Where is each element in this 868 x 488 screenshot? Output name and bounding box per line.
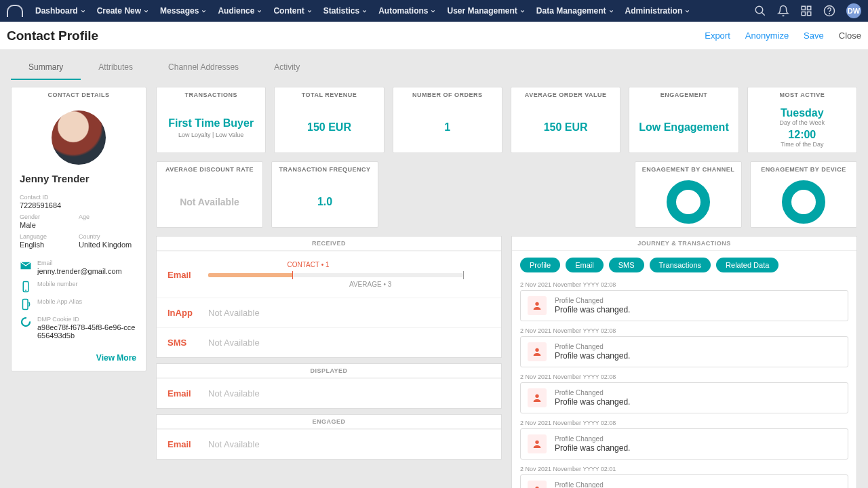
displayed-section: DISPLAYED Email Not Available [156, 363, 502, 409]
donut-chart-icon [667, 180, 710, 224]
nav-administration[interactable]: Administration [620, 6, 696, 16]
page-title: Contact Profile [7, 28, 98, 43]
cookie-icon [20, 316, 32, 328]
metric-average-order-value: AVERAGE ORDER VALUE 150 EUR [511, 87, 620, 153]
svg-rect-10 [23, 300, 28, 310]
anonymize-button[interactable]: Anonymize [745, 30, 789, 41]
country-label: Country [79, 233, 138, 240]
gender-value: Male [20, 221, 79, 229]
mobile-app-icon [20, 298, 32, 310]
email-icon [20, 260, 32, 272]
pill-email[interactable]: Email [566, 258, 604, 272]
nav-create-new[interactable]: Create New [92, 6, 155, 16]
received-email-chart: CONTACT • 1 AVERAGE • 3 [208, 261, 490, 288]
nav-dashboard[interactable]: Dashboard [30, 6, 92, 16]
profile-tabs: SummaryAttributesChannel AddressesActivi… [0, 56, 868, 80]
phone-icon [20, 281, 32, 293]
received-email-label: Email [167, 270, 208, 280]
nav-data-management[interactable]: Data Management [531, 6, 620, 16]
contact-id-value: 7228591684 [20, 201, 138, 209]
metric-avg-discount: AVERAGE DISCOUNT RATE Not Available [156, 161, 263, 228]
view-more-button[interactable]: View More [12, 345, 146, 363]
metric-total-revenue: TOTAL REVENUE 150 EUR [274, 87, 384, 153]
nav-audience[interactable]: Audience [212, 6, 268, 16]
age-label: Age [79, 214, 138, 220]
brand-logo [7, 5, 23, 17]
metric-eng-device: ENGAGEMENT BY DEVICE [750, 161, 857, 228]
contact-name: Jenny Trender [12, 173, 146, 184]
save-button[interactable]: Save [804, 30, 824, 41]
donut-chart-icon [782, 180, 825, 224]
apps-icon[interactable] [800, 5, 812, 17]
svg-rect-2 [802, 6, 805, 9]
pill-sms[interactable]: SMS [609, 258, 644, 272]
card-title: CONTACT DETAILS [12, 87, 146, 102]
engaged-section: ENGAGED Email Not Available [156, 414, 502, 460]
user-icon [528, 296, 547, 315]
svg-rect-4 [802, 12, 805, 16]
user-icon [528, 388, 547, 407]
language-value: English [20, 241, 79, 249]
received-sms-label: SMS [167, 338, 208, 348]
tab-activity[interactable]: Activity [256, 56, 317, 80]
svg-point-0 [755, 6, 763, 14]
user-icon [528, 481, 547, 488]
metric-eng-channel: ENGAGEMENT BY CHANNEL [635, 161, 742, 228]
user-avatar[interactable]: DW [846, 3, 861, 18]
journey-section: JOURNEY & TRANSACTIONS ProfileEmailSMSTr… [511, 236, 857, 488]
nav-automations[interactable]: Automations [373, 6, 441, 16]
svg-point-15 [535, 441, 538, 444]
journey-item: 2 Nov 2021 November YYYY 02:08 Profile C… [512, 418, 856, 464]
received-section: RECEIVED Email CONTACT • 1 AVERAGE • 3 I… [156, 236, 502, 358]
svg-rect-5 [808, 12, 811, 16]
svg-point-12 [535, 302, 538, 306]
contact-id-label: Contact ID [20, 194, 138, 201]
tab-summary[interactable]: Summary [11, 56, 81, 80]
export-button[interactable]: Export [705, 30, 730, 41]
metric-transactions: TRANSACTIONS First Time BuyerLow Loyalty… [156, 87, 266, 153]
channel-mobile: Mobile number [20, 281, 138, 293]
close-button[interactable]: Close [839, 30, 861, 41]
user-icon [528, 434, 547, 453]
svg-point-11 [22, 318, 30, 326]
nav-messages[interactable]: Messages [155, 6, 212, 16]
metric-txn-freq: TRANSACTION FREQUENCY 1.0 [271, 161, 378, 228]
tab-channel-addresses[interactable]: Channel Addresses [151, 56, 256, 80]
svg-point-7 [829, 14, 830, 14]
contact-details-card: CONTACT DETAILS Jenny Trender Contact ID… [11, 87, 146, 371]
pill-related-data[interactable]: Related Data [716, 258, 778, 272]
tab-attributes[interactable]: Attributes [81, 56, 151, 80]
channel-app: Mobile App Alias [20, 298, 138, 310]
svg-line-1 [762, 12, 765, 16]
page-header: Contact Profile Export Anonymize Save Cl… [0, 22, 868, 50]
nav-user-management[interactable]: User Management [441, 6, 530, 16]
svg-point-13 [535, 348, 538, 352]
journey-item: 2 Nov 2021 November YYYY 02:08 Profile C… [512, 325, 856, 371]
language-label: Language [20, 233, 79, 240]
svg-point-14 [535, 394, 538, 398]
metric-engagement: ENGAGEMENT Low Engagement [629, 87, 738, 153]
top-nav: Dashboard Create New Messages Audience C… [0, 0, 868, 22]
nav-statistics[interactable]: Statistics [318, 6, 373, 16]
country-value: United Kingdom [79, 241, 138, 249]
search-icon[interactable] [754, 5, 766, 17]
metric-most-active: MOST ACTIVE TuesdayDay of the Week12:00T… [747, 87, 857, 153]
pill-transactions[interactable]: Transactions [650, 258, 711, 272]
help-icon[interactable] [823, 5, 835, 17]
received-inapp-label: InApp [167, 308, 208, 318]
channel-dmp: DMP Cookie ID a98ec78f-f678-45f8-6e96-cc… [20, 316, 138, 340]
bell-icon[interactable] [777, 5, 789, 17]
gender-label: Gender [20, 214, 79, 220]
nav-content[interactable]: Content [268, 6, 317, 16]
journey-item: 2 Nov 2021 November YYYY 02:08 Profile C… [512, 371, 856, 418]
contact-avatar [52, 110, 106, 165]
svg-rect-3 [808, 6, 811, 9]
user-icon [528, 342, 547, 361]
channel-email: Email jenny.trender@gmail.com [20, 260, 138, 275]
journey-item: 2 Nov 2021 November YYYY 02:01 Profile C… [512, 464, 856, 488]
journey-item: 2 Nov 2021 November YYYY 02:08 Profile C… [512, 279, 856, 325]
pill-profile[interactable]: Profile [520, 258, 560, 272]
metric-number-of-orders: NUMBER OF ORDERS 1 [393, 87, 502, 153]
